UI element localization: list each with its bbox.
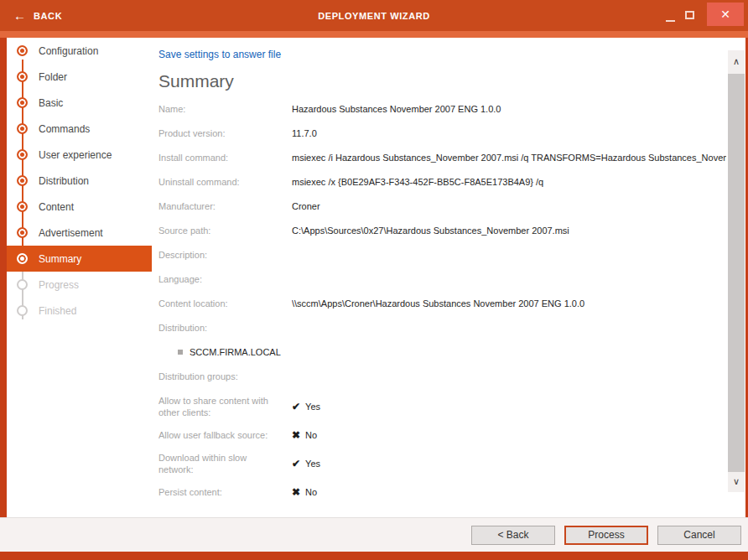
left-border (0, 38, 7, 517)
step-bullet-icon (17, 45, 28, 56)
step-bullet-icon (17, 201, 28, 212)
field-value: C:\Apps\Sources\0x27\Hazardous Substance… (292, 225, 726, 236)
step-label: Content (39, 201, 74, 213)
step-label: Folder (39, 71, 67, 83)
field-label: Distribution: (158, 322, 292, 334)
scroll-up-button[interactable]: ∧ (728, 50, 745, 72)
field-value: msiexec /x {B0E29AF3-F343-452F-BB5C-F8A5… (292, 176, 726, 188)
field-value: No (305, 487, 317, 498)
field-row-distribution-groups: Distribution groups: (158, 371, 726, 382)
back-button[interactable]: ← BACK (13, 0, 62, 31)
sidebar-item-folder[interactable]: Folder (7, 64, 152, 90)
back-label: BACK (34, 11, 62, 21)
field-row-share-content: Allow to share content with other client… (158, 395, 726, 418)
field-label: Download within slow network: (158, 452, 292, 475)
scrollbar-thumb[interactable] (728, 74, 745, 472)
field-value: 11.7.0 (292, 127, 726, 139)
field-label: Allow user fallback source: (158, 429, 292, 441)
sidebar-item-advertisement[interactable]: Advertisement (7, 220, 152, 246)
field-value: Yes (305, 459, 320, 469)
field-label: Install command: (158, 152, 292, 163)
field-value: Croner (292, 200, 726, 212)
maximize-icon (685, 11, 694, 19)
minimize-icon (666, 20, 675, 22)
scroll-down-button[interactable]: ∨ (728, 470, 745, 492)
footer-bar: < Back Process Cancel (0, 517, 748, 552)
step-bullet-icon (17, 149, 28, 160)
deployment-wizard-window: ← BACK DEPLOYMENT WIZARD ✕ Configuration… (0, 0, 748, 560)
chevron-down-icon: ∨ (733, 476, 740, 487)
field-label: Manufacturer: (158, 200, 292, 212)
close-button[interactable]: ✕ (707, 3, 744, 26)
field-value: msiexec /i Hazardous Substances_November… (292, 152, 726, 163)
field-row-persist-content: Persist content: ✖ No (158, 486, 726, 498)
field-value: \\sccm\Apps\Croner\Hazardous Substances … (292, 298, 726, 309)
sidebar-item-distribution[interactable]: Distribution (7, 168, 152, 194)
step-bullet-icon (17, 123, 28, 134)
field-row-language: Language: (158, 273, 726, 285)
accent-strip (0, 31, 748, 38)
distribution-point-item: SCCM.FIRMA.LOCAL (178, 346, 726, 358)
summary-field-list: Name: Hazardous Substances November 2007… (158, 103, 726, 498)
cross-icon: ✖ (292, 430, 300, 441)
summary-panel: Save settings to answer file Summary Nam… (158, 42, 726, 513)
field-label: Language: (158, 273, 292, 285)
field-row-product-version: Product version: 11.7.0 (158, 127, 726, 139)
back-step-button[interactable]: < Back (471, 526, 555, 545)
sidebar-item-content[interactable]: Content (7, 194, 152, 220)
check-icon: ✔ (292, 459, 300, 469)
distribution-point-name: SCCM.FIRMA.LOCAL (190, 346, 281, 358)
field-label: Uninstall command: (158, 176, 292, 188)
process-button[interactable]: Process (564, 526, 648, 545)
sidebar-item-summary[interactable]: Summary (7, 246, 152, 272)
step-label: Advertisement (39, 227, 103, 239)
step-bullet-icon (17, 71, 28, 82)
field-row-content-location: Content location: \\sccm\Apps\Croner\Haz… (158, 298, 726, 309)
save-settings-link[interactable]: Save settings to answer file (158, 49, 281, 60)
field-value: Hazardous Substances November 2007 ENG 1… (292, 103, 726, 115)
back-arrow-icon: ← (13, 9, 26, 22)
step-label: Configuration (39, 45, 98, 57)
cross-icon: ✖ (292, 487, 300, 498)
window-title: DEPLOYMENT WIZARD (0, 0, 748, 31)
field-row-uninstall-command: Uninstall command: msiexec /x {B0E29AF3-… (158, 176, 726, 188)
step-bullet-icon (17, 97, 28, 108)
field-label: Product version: (158, 127, 292, 139)
field-row-distribution: Distribution: (158, 322, 726, 334)
field-row-slow-network: Download within slow network: ✔ Yes (158, 452, 726, 475)
step-bullet-icon (17, 279, 28, 290)
field-label: Distribution groups: (158, 371, 292, 382)
cancel-button[interactable]: Cancel (657, 526, 741, 545)
step-bullet-icon (17, 305, 28, 316)
step-bullet-icon (17, 253, 28, 264)
sidebar-item-user-experience[interactable]: User experience (7, 142, 152, 168)
sidebar-item-commands[interactable]: Commands (7, 116, 152, 142)
step-label: Progress (39, 279, 79, 291)
close-icon: ✕ (720, 8, 730, 21)
field-label: Description: (158, 249, 292, 261)
maximize-button[interactable] (683, 8, 697, 22)
field-row-install-command: Install command: msiexec /i Hazardous Su… (158, 152, 726, 163)
step-label: Commands (39, 123, 90, 135)
step-bullet-icon (17, 175, 28, 186)
wizard-steps-sidebar: Configuration Folder Basic Commands User… (7, 38, 152, 517)
sidebar-item-configuration[interactable]: Configuration (7, 38, 152, 64)
square-bullet-icon (178, 350, 183, 355)
field-value: No (305, 430, 317, 441)
bottom-border (0, 552, 748, 560)
step-label: User experience (39, 149, 112, 161)
titlebar: ← BACK DEPLOYMENT WIZARD ✕ (0, 0, 748, 31)
check-icon: ✔ (292, 402, 300, 412)
step-label: Distribution (39, 175, 89, 187)
field-row-name: Name: Hazardous Substances November 2007… (158, 103, 726, 115)
minimize-button[interactable] (663, 8, 678, 22)
step-bullet-icon (17, 227, 28, 238)
page-title: Summary (158, 71, 726, 91)
field-row-description: Description: (158, 249, 726, 261)
field-row-user-fallback: Allow user fallback source: ✖ No (158, 429, 726, 441)
step-label: Basic (39, 97, 63, 109)
sidebar-item-finished: Finished (7, 298, 152, 324)
field-label: Content location: (158, 298, 292, 309)
vertical-scrollbar[interactable]: ∧ ∨ (728, 50, 745, 492)
sidebar-item-basic[interactable]: Basic (7, 90, 152, 116)
